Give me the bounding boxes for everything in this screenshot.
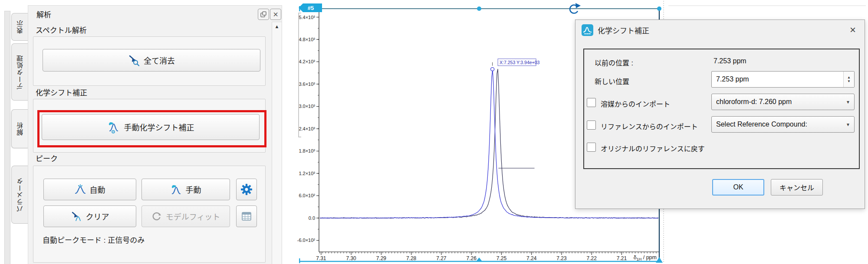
rotate-icon-arrowhead xyxy=(575,3,581,8)
y-tick-label: 3.0×10³ xyxy=(299,104,315,109)
x-tick-label: 7.29 xyxy=(376,255,387,261)
y-tick-label: 4.2×10³ xyxy=(299,59,315,64)
cancel-label: キャンセル xyxy=(779,182,814,192)
y-tick-label: 4.8×10³ xyxy=(299,37,315,42)
dropdown-arrow-icon: ▼ xyxy=(842,100,854,104)
trace-number-badge-label: #5 xyxy=(308,5,314,11)
x-tick-label: 7.22 xyxy=(586,255,597,261)
new-position-value: 7.253 ppm xyxy=(712,75,843,83)
spin-up-icon[interactable]: ▲ xyxy=(847,75,851,79)
y-tick-label: 6.0×10² xyxy=(299,193,315,198)
x-tick-label: 7.26 xyxy=(466,255,477,261)
left-bracket xyxy=(299,13,301,137)
reference-dropdown[interactable]: Select Reference Compound: ▼ xyxy=(711,116,855,133)
y-tick-label: 5.4×10³ xyxy=(299,15,315,20)
reference-import-label: リファレンスからのインポート xyxy=(601,121,698,131)
solvent-dropdown-value: chloroform-d: 7.260 ppm xyxy=(712,98,842,106)
ok-label: OK xyxy=(733,183,743,191)
selection-handle-top-right[interactable] xyxy=(657,7,661,11)
solvent-import-checkbox[interactable] xyxy=(587,98,596,107)
x-tick-label: 7.25 xyxy=(496,255,507,261)
selection-left-tick-bottom xyxy=(299,258,300,263)
x-tick-label: 7.28 xyxy=(406,255,417,261)
y-tick-label: 1.8×10³ xyxy=(299,148,315,153)
previous-position-value: 7.253 ppm xyxy=(713,57,746,65)
new-position-spinbox[interactable]: 7.253 ppm ▲ ▼ xyxy=(711,71,855,88)
y-tick-label: 2.4×10³ xyxy=(299,126,315,131)
selection-handle-bottom-mid[interactable] xyxy=(476,257,482,261)
reference-dropdown-value: Select Reference Compound: xyxy=(712,121,842,128)
selection-handle-bottom-right[interactable] xyxy=(656,257,663,263)
new-position-label: 新しい位置 xyxy=(595,76,629,86)
x-tick-label: 7.24 xyxy=(526,255,537,261)
dialog-close-button[interactable]: × xyxy=(846,23,859,36)
revert-original-checkbox[interactable] xyxy=(587,143,596,152)
x-axis-label: δ1H / ppm xyxy=(634,254,657,261)
previous-position-label: 以前の位置 : xyxy=(595,57,633,68)
revert-original-label: オリジナルのリファレンスに戻す xyxy=(601,143,705,153)
y-tick-label: 1.2×10³ xyxy=(299,171,315,176)
dialog-titlebar[interactable]: 化学シフト補正 × xyxy=(575,20,865,40)
x-tick-label: 7.23 xyxy=(556,255,567,261)
chemical-shift-dialog-icon xyxy=(582,24,593,36)
y-tick-label: 3.6×10³ xyxy=(299,81,315,87)
selection-handle-top-mid[interactable] xyxy=(477,7,481,11)
x-tick-label: 7.30 xyxy=(346,255,356,261)
cancel-button[interactable]: キャンセル xyxy=(771,179,823,196)
peak-annotation-text: X:7.253 Y:3.94e+03 xyxy=(500,60,540,65)
peak-marker[interactable] xyxy=(491,68,494,71)
x-tick-label: 7.31 xyxy=(316,255,326,261)
ok-button[interactable]: OK xyxy=(712,179,764,196)
dialog-title: 化学シフト補正 xyxy=(598,25,649,36)
chemical-shift-dialog: 化学シフト補正 × 以前の位置 : 7.253 ppm 新しい位置 7.253 … xyxy=(575,20,865,209)
solvent-dropdown[interactable]: chloroform-d: 7.260 ppm ▼ xyxy=(711,94,855,110)
dropdown-arrow-icon: ▼ xyxy=(842,122,854,127)
app-root: 表示 データ処理 解析 パラメータ 解析 × ▲ スペクトル解析 全て消去 化学… xyxy=(0,0,868,264)
close-icon: × xyxy=(850,24,856,36)
y-tick-label: 0.0 xyxy=(309,215,315,221)
reference-import-checkbox[interactable] xyxy=(587,121,596,130)
spin-arrows[interactable]: ▲ ▼ xyxy=(843,72,854,87)
x-tick-label: 7.27 xyxy=(436,255,447,261)
spin-down-icon[interactable]: ▼ xyxy=(847,79,851,83)
y-tick-label: -6.0×10² xyxy=(297,238,316,243)
solvent-import-label: 溶媒からのインポート xyxy=(601,98,670,109)
x-tick-label: 7.21 xyxy=(617,255,627,261)
